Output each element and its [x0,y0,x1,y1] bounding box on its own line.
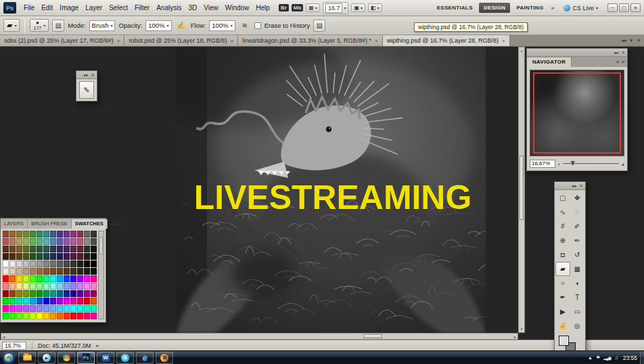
tab-close-icon[interactable]: × [375,38,378,44]
volume-icon[interactable]: ♫ [614,355,618,360]
clone-stamp-tool[interactable]: ◘ [555,248,570,262]
horizontal-scrollbar[interactable]: ◂ ▸ [1,333,518,340]
opacity-select[interactable]: 100%▾ [145,20,171,31]
dodge-tool[interactable]: ◖ [570,276,585,290]
tablet-pressure-opacity-button[interactable]: ✍ [175,20,187,32]
color-swatch[interactable] [23,305,29,312]
color-swatch[interactable] [43,253,49,260]
color-swatch[interactable] [77,253,83,260]
brush-preset-picker[interactable]: ● 177 ▾ [30,19,49,32]
color-swatch[interactable] [30,238,36,245]
color-swatch[interactable] [77,313,83,319]
taskbar-word[interactable]: W [97,352,114,364]
color-swatch[interactable] [84,290,90,297]
color-swatch[interactable] [16,290,22,297]
scroll-left-icon[interactable]: ◂ [3,334,5,339]
panel-tab-swatches[interactable]: SWATCHES [72,219,108,229]
color-swatch[interactable] [43,305,49,312]
color-swatch[interactable] [50,275,56,282]
color-swatch[interactable] [91,260,97,267]
navigator-thumbnail[interactable] [530,70,624,156]
color-swatch[interactable] [70,238,76,245]
erase-to-history-checkbox[interactable] [254,22,261,29]
color-swatch[interactable] [23,268,29,275]
color-swatch[interactable] [43,298,49,304]
color-swatch[interactable] [37,268,43,275]
color-swatch[interactable] [23,290,29,297]
color-swatch[interactable] [64,268,70,275]
color-swatch[interactable] [70,253,76,260]
chevron-down-icon[interactable]: ▾ [630,38,633,43]
zoom-in-icon[interactable]: ▴ [622,161,624,167]
scroll-right-icon[interactable]: ▸ [514,334,516,339]
close-icon[interactable]: ✕ [580,183,583,189]
color-swatch[interactable] [77,290,83,297]
scroll-up-icon[interactable]: ▴ [521,49,523,53]
color-swatch[interactable] [77,238,83,245]
color-swatch[interactable] [77,298,83,304]
color-swatch[interactable] [9,246,16,252]
color-swatch[interactable] [9,260,16,267]
color-swatch[interactable] [3,313,9,319]
menu-select[interactable]: Select [106,1,131,14]
color-swatch[interactable] [3,275,9,282]
menu-analysis[interactable]: Analysis [153,1,185,14]
color-swatch[interactable] [23,231,29,237]
taskbar-skype[interactable]: S [116,352,134,364]
color-swatch[interactable] [16,305,22,312]
color-swatch[interactable] [70,283,76,290]
color-swatch[interactable] [57,298,63,304]
menu-3d[interactable]: 3D [185,1,200,14]
color-swatch[interactable] [3,290,9,297]
color-swatch[interactable] [30,305,36,312]
color-swatch[interactable] [43,290,49,297]
color-swatch[interactable] [9,253,16,260]
color-swatch[interactable] [23,260,29,267]
color-swatch[interactable] [64,275,70,282]
workspace-painting[interactable]: PAINTING [511,3,548,13]
brush-tool[interactable]: ✏ [570,233,585,248]
color-swatch[interactable] [64,290,70,297]
color-swatch[interactable] [84,253,90,260]
color-swatch[interactable] [9,313,16,319]
color-swatch[interactable] [50,260,56,267]
rectangular-marquee-tool[interactable]: ▢ [555,191,570,205]
tab-close-icon[interactable]: × [502,38,505,44]
crop-tool[interactable]: # [555,219,570,233]
color-swatch[interactable] [50,246,56,252]
scroll-down-icon[interactable]: ▾ [521,327,523,331]
menu-file[interactable]: File [20,1,38,14]
color-swatch[interactable] [3,246,9,252]
color-swatch[interactable] [30,260,36,267]
color-swatch[interactable] [43,260,49,267]
launch-bridge-button[interactable]: Br [279,4,289,12]
color-swatch[interactable] [91,283,97,290]
taskbar-internet-explorer[interactable]: e [136,352,154,364]
color-swatch[interactable] [70,260,76,267]
color-swatch[interactable] [57,260,63,267]
color-swatch[interactable] [9,290,16,297]
color-swatch[interactable] [91,313,97,319]
color-swatch[interactable] [91,268,97,275]
color-swatch[interactable] [84,268,90,275]
color-swatch[interactable] [91,238,97,245]
color-swatch[interactable] [50,305,56,312]
color-swatch[interactable] [91,253,97,260]
color-swatch[interactable] [16,246,22,252]
color-swatch[interactable] [9,298,16,304]
menu-filter[interactable]: Filter [131,1,153,14]
color-swatch[interactable] [16,275,22,282]
color-swatch[interactable] [64,231,70,237]
color-swatch[interactable] [9,305,16,312]
color-swatch[interactable] [64,260,70,267]
menu-image[interactable]: Image [56,1,82,14]
color-swatch[interactable] [91,246,97,252]
close-icon[interactable]: ✕ [120,219,124,229]
color-swatch[interactable] [57,238,63,245]
color-swatch[interactable] [9,268,16,275]
mode-select[interactable]: Brush▾ [89,20,116,31]
color-swatch[interactable] [57,231,63,237]
shape-tool[interactable]: ▭ [570,304,585,319]
document-tab-3[interactable]: lineartdragon.psd @ 33.3% (Layer 5, RGB/… [238,35,382,46]
cs-live-button[interactable]: CS Live ▾ [564,5,598,12]
